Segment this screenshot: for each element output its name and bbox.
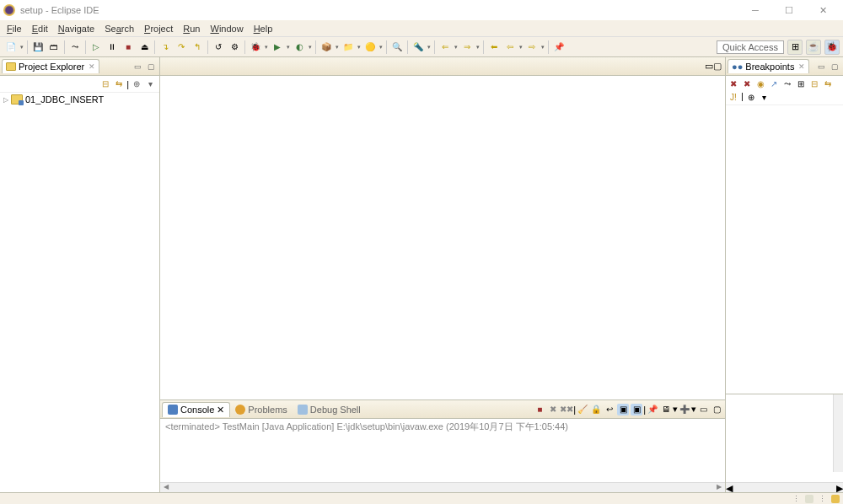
tab-console[interactable]: Console ✕ <box>162 402 230 417</box>
remove-all-breakpoints-button[interactable]: ✖ <box>741 78 753 89</box>
open-perspective-button[interactable]: ⊞ <box>787 40 803 55</box>
new-java-button[interactable]: 📦 <box>319 40 334 55</box>
java-perspective-button[interactable]: ☕ <box>806 40 821 55</box>
debug-dropdown[interactable]: ▾ <box>264 44 269 51</box>
maximize-view-button[interactable]: ▢ <box>145 61 157 72</box>
menu-window[interactable]: Window <box>205 22 248 35</box>
breakpoints-scrollbar[interactable]: ◀ ▶ <box>726 482 843 492</box>
show-supported-button[interactable]: ◉ <box>754 78 766 89</box>
expand-icon[interactable]: ▷ <box>3 96 8 104</box>
status-progress[interactable] <box>831 495 840 503</box>
skip-breakpoints-button[interactable]: ⤳ <box>67 40 83 55</box>
goto-file-button[interactable]: ↗ <box>768 78 780 89</box>
disconnect-button[interactable]: ⏏ <box>137 40 152 55</box>
suspend-button[interactable]: ⏸ <box>105 40 120 55</box>
view-menu-button[interactable]: ▾ <box>759 91 771 103</box>
new-button[interactable]: 📄 <box>3 40 19 55</box>
prev-annotation-button[interactable]: ⇐ <box>438 40 453 55</box>
open-type-button[interactable]: 🔍 <box>389 40 405 55</box>
maximize-view-button[interactable]: ▢ <box>829 61 840 72</box>
search-button[interactable]: 🔦 <box>411 40 426 55</box>
editor-minimize-button[interactable]: ▭ <box>705 61 713 72</box>
pin-editor-button[interactable]: 📌 <box>551 40 566 55</box>
scroll-right-icon[interactable]: ▶ <box>713 483 725 492</box>
menu-file[interactable]: File <box>2 22 27 35</box>
quick-access-input[interactable]: Quick Access <box>717 40 784 54</box>
debug-button[interactable]: 🐞 <box>248 40 263 55</box>
tree-item-project[interactable]: ▷ 01_JDBC_INSERT <box>0 93 159 106</box>
console-minimize-button[interactable]: ▭ <box>697 404 709 416</box>
breakpoints-list[interactable] <box>726 105 843 394</box>
expand-all-button[interactable]: ⊞ <box>795 78 807 89</box>
new-dropdown[interactable]: ▾ <box>19 44 24 51</box>
console-scroll-lock-button[interactable]: 🔒 <box>590 404 602 416</box>
console-show-stdout-button[interactable]: ▣ <box>617 404 629 416</box>
project-explorer-tree[interactable]: ▷ 01_JDBC_INSERT <box>0 93 159 492</box>
link-debug-button[interactable]: ⇆ <box>822 78 834 89</box>
link-editor-button[interactable]: ⇆ <box>113 78 125 90</box>
run-dropdown[interactable]: ▾ <box>286 44 291 51</box>
collapse-all-button[interactable]: ⊟ <box>808 78 820 89</box>
remove-breakpoint-button[interactable]: ✖ <box>728 78 739 89</box>
step-over-button[interactable]: ↷ <box>174 40 189 55</box>
coverage-dropdown[interactable]: ▾ <box>308 44 313 51</box>
console-output[interactable]: <terminated> TestMain [Java Application]… <box>160 419 725 482</box>
maximize-button[interactable]: ☐ <box>772 0 806 20</box>
save-all-button[interactable]: 🗃 <box>46 40 62 55</box>
menu-help[interactable]: Help <box>249 22 278 35</box>
coverage-button[interactable]: ◐ <box>292 40 307 55</box>
last-edit-button[interactable]: ⬅ <box>486 40 502 55</box>
skip-all-button[interactable]: ⤳ <box>781 78 793 89</box>
menu-edit[interactable]: Edit <box>27 22 53 35</box>
close-icon[interactable]: ✕ <box>798 62 805 71</box>
breakpoints-tab[interactable]: ●● Breakpoints ✕ <box>728 59 809 73</box>
debug-perspective-button[interactable]: 🐞 <box>824 40 840 55</box>
collapse-all-button[interactable]: ⊟ <box>99 78 111 90</box>
new-class-button[interactable]: 🟡 <box>362 40 378 55</box>
console-remove-all-button[interactable]: ✖✖ <box>561 404 572 416</box>
breakpoints-detail[interactable] <box>726 394 843 482</box>
status-indicator[interactable] <box>805 495 813 503</box>
scroll-left-icon[interactable]: ◀ <box>726 483 733 492</box>
next-annotation-button[interactable]: ⇒ <box>459 40 475 55</box>
vertical-scrollbar[interactable] <box>833 394 843 472</box>
menu-search[interactable]: Search <box>99 22 139 35</box>
project-explorer-tab[interactable]: Project Explorer ✕ <box>2 59 99 73</box>
close-icon[interactable]: ✕ <box>89 62 95 71</box>
minimize-button[interactable]: ─ <box>738 0 772 20</box>
scroll-left-icon[interactable]: ◀ <box>160 483 172 492</box>
menu-run[interactable]: Run <box>178 22 205 35</box>
forward-button[interactable]: ⇨ <box>524 40 540 55</box>
resume-button[interactable]: ▷ <box>89 40 104 55</box>
console-pin-button[interactable]: 📌 <box>647 404 658 416</box>
console-scrollbar[interactable]: ◀ ▶ <box>160 482 725 492</box>
console-show-stderr-button[interactable]: ▣ <box>631 404 642 416</box>
new-package-button[interactable]: 📁 <box>341 40 356 55</box>
menu-navigate[interactable]: Navigate <box>53 22 99 35</box>
console-maximize-button[interactable]: ▢ <box>711 404 722 416</box>
save-button[interactable]: 💾 <box>30 40 46 55</box>
minimize-view-button[interactable]: ▭ <box>815 61 827 72</box>
close-button[interactable]: ✕ <box>806 0 840 20</box>
run-button[interactable]: ▶ <box>270 40 285 55</box>
minimize-view-button[interactable]: ▭ <box>132 61 143 72</box>
terminate-button[interactable]: ■ <box>121 40 136 55</box>
tab-problems[interactable]: Problems <box>230 403 292 416</box>
focus-task-button[interactable]: ⊕ <box>131 78 142 90</box>
console-open-button[interactable]: ➕ <box>679 404 690 416</box>
tab-debug-shell[interactable]: Debug Shell <box>293 403 366 416</box>
console-word-wrap-button[interactable]: ↩ <box>604 404 615 416</box>
menu-project[interactable]: Project <box>139 22 178 35</box>
add-exception-button[interactable]: J! <box>728 91 739 103</box>
back-button[interactable]: ⇦ <box>502 40 518 55</box>
scroll-right-icon[interactable]: ▶ <box>836 483 843 492</box>
view-menu-button[interactable]: ▾ <box>144 78 156 90</box>
console-terminate-button[interactable]: ■ <box>534 404 545 416</box>
step-return-button[interactable]: ↰ <box>190 40 205 55</box>
editor-maximize-button[interactable]: ▢ <box>713 61 722 72</box>
console-clear-button[interactable]: 🧹 <box>577 404 588 416</box>
step-filter-button[interactable]: ⚙ <box>227 40 242 55</box>
console-remove-button[interactable]: ✖ <box>547 404 559 416</box>
step-into-button[interactable]: ↴ <box>158 40 173 55</box>
console-display-selected-button[interactable]: 🖥 <box>660 404 672 416</box>
